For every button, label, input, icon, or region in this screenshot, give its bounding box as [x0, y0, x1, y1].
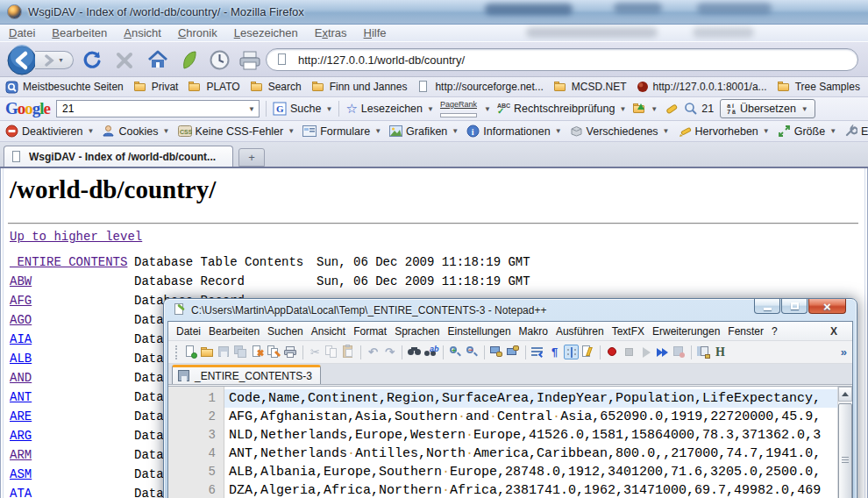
document-tab[interactable]: _ENTIRE_CONTENTS-3 [172, 365, 321, 384]
country-link-asm[interactable]: ASM [10, 467, 32, 481]
pagerank-widget[interactable]: PageRank [440, 101, 477, 117]
find-icon[interactable] [407, 345, 422, 359]
new-file-icon[interactable] [183, 345, 198, 359]
google-search-input[interactable] [60, 102, 247, 116]
doc-switcher-icon[interactable] [696, 345, 711, 359]
code-line[interactable]: ANT,Netherlands·Antilles,North·America,C… [224, 445, 837, 463]
new-tab-button[interactable]: + [238, 148, 265, 167]
country-link-arm[interactable]: ARM [10, 448, 32, 462]
npp-menu-ausfuehren[interactable]: Ausführen [556, 325, 604, 338]
informationen-menu[interactable]: i Informationen▼ [466, 125, 561, 138]
undo-icon[interactable]: ↶ [366, 345, 381, 359]
country-link-abw[interactable]: ABW [10, 274, 32, 288]
search-dropdown-icon[interactable]: ▼ [248, 105, 255, 113]
bookmark-folder-plato[interactable]: PLATO [188, 80, 239, 94]
country-link-ant[interactable]: ANT [10, 390, 32, 404]
npp-menu-sprachen[interactable]: Sprachen [395, 325, 439, 338]
user-define-icon[interactable] [580, 345, 595, 359]
highlighter-button[interactable] [664, 102, 678, 116]
active-tab[interactable]: WsgiDAV - Index of /world-db/count... [4, 146, 233, 167]
hervorheben-menu[interactable]: Hervorheben▼ [678, 125, 770, 138]
notepad-editor[interactable]: 1 2 3 4 5 6 Code,Name,Continent,Region,S… [168, 386, 852, 498]
npp-menu-help[interactable]: ? [772, 325, 778, 338]
open-file-icon[interactable] [200, 345, 215, 359]
bookmark-folder-finn-und-jannes[interactable]: Finn und Jannes [311, 80, 408, 94]
toolbar-overflow-chevron[interactable]: » [841, 345, 849, 359]
vertical-scrollbar[interactable] [837, 387, 852, 498]
close-file-icon[interactable] [250, 345, 265, 359]
uebersetzen-button[interactable]: a í 7 ä Übersetzen▼ [720, 99, 815, 118]
macro-stop-icon[interactable] [622, 345, 637, 359]
npp-menu-ansicht[interactable]: Ansicht [311, 325, 345, 338]
code-line[interactable]: AFG,Afghanistan,Asia,Southern·and·Centra… [224, 408, 837, 426]
scrollbar-thumb[interactable] [838, 403, 852, 498]
code-line[interactable]: ALB,Albania,Europe,Southern·Europe,28748… [224, 463, 837, 481]
menu-bearbeiten[interactable]: Bearbeiten [52, 26, 107, 39]
bookmark-folder-tree-samples[interactable]: Tree Samples [777, 80, 860, 94]
npp-menu-fenster[interactable]: Fenster [728, 325, 764, 338]
macro-play-icon[interactable] [638, 345, 653, 359]
indent-guide-icon[interactable] [564, 345, 579, 359]
textfx-icon[interactable]: H [713, 345, 728, 359]
word-wrap-icon[interactable] [530, 345, 545, 359]
menu-extras[interactable]: Extras [315, 26, 347, 39]
npp-menu-datei[interactable]: Datei [176, 325, 201, 338]
country-link-aia[interactable]: AIA [10, 332, 32, 346]
bookmark-folder-mcsd[interactable]: MCSD.NET [553, 80, 627, 94]
macro-run-multiple-icon[interactable] [655, 345, 670, 359]
cut-icon[interactable]: ✂ [308, 345, 323, 359]
country-link-ago[interactable]: AGO [10, 313, 32, 327]
sync-vertical-icon[interactable] [489, 345, 504, 359]
print-button[interactable] [238, 50, 261, 71]
formulare-menu[interactable]: Formulare▼ [302, 125, 381, 138]
google-suche-button[interactable]: G Suche▼ [273, 102, 332, 116]
code-line[interactable]: NLD,Netherlands,Europe,Western·Europe,41… [224, 426, 837, 445]
npp-menu-textfx[interactable]: TextFX [612, 325, 644, 338]
history-dropdown-icon[interactable]: ▼ [58, 57, 64, 63]
menu-datei[interactable]: Datei [9, 26, 35, 39]
npp-menu-suchen[interactable]: Suchen [267, 325, 303, 338]
npp-menu-einstellungen[interactable]: Einstellungen [448, 325, 511, 338]
bookmark-folder-search[interactable]: Search [250, 80, 302, 94]
maximize-button[interactable] [781, 299, 808, 314]
country-link-arg[interactable]: ARG [10, 429, 32, 443]
deaktivieren-menu[interactable]: Deaktivieren▼ [5, 125, 94, 138]
menu-ansicht[interactable]: Ansicht [124, 26, 161, 39]
minimize-button[interactable] [754, 299, 780, 314]
document-close-x[interactable]: X [830, 325, 837, 338]
url-input[interactable] [296, 53, 849, 68]
close-button[interactable]: × [808, 299, 846, 314]
menu-chronik[interactable]: Chronik [178, 26, 217, 39]
country-link-ata[interactable]: ATA [10, 487, 32, 498]
grafiken-menu[interactable]: Grafiken▼ [389, 125, 459, 138]
code-area[interactable]: Code,Name,Continent,Region,SurfaceArea,I… [224, 387, 837, 498]
groesse-menu[interactable]: Größe▼ [778, 125, 836, 138]
bookmark-folder-privat[interactable]: Privat [133, 80, 179, 94]
print-icon[interactable] [283, 345, 298, 359]
country-link-afg[interactable]: AFG [10, 294, 32, 308]
replace-icon[interactable]: ab [423, 345, 438, 359]
verschiedenes-menu[interactable]: Verschiedenes▼ [570, 125, 670, 138]
show-all-characters-icon[interactable]: ¶ [547, 345, 562, 359]
extras-menu[interactable]: Extras▼ [844, 125, 868, 138]
url-bar[interactable] [266, 48, 858, 71]
scroll-up-button[interactable] [838, 387, 852, 402]
code-line[interactable]: DZA,Algeria,Africa,Northern·Africa,23817… [224, 481, 837, 498]
save-icon[interactable] [217, 345, 231, 359]
send-to-button[interactable]: ▼ [632, 102, 658, 116]
save-all-icon[interactable] [233, 345, 248, 359]
npp-menu-bearbeiten[interactable]: Bearbeiten [209, 325, 260, 338]
copy-icon[interactable] [324, 345, 339, 359]
zoom-out-icon[interactable]: − [465, 345, 480, 359]
history-clock-icon[interactable] [209, 49, 231, 71]
country-link-are[interactable]: ARE [10, 409, 32, 423]
entire-contents-link[interactable]: ENTIRE CONTENTS [10, 255, 127, 269]
bookmark-most-visited[interactable]: Meistbesuchte Seiten [5, 81, 124, 94]
menu-hilfe[interactable]: Hilfe [364, 26, 387, 39]
redo-icon[interactable]: ↷ [382, 345, 397, 359]
close-all-icon[interactable] [267, 345, 281, 359]
npp-menu-format[interactable]: Format [353, 325, 387, 338]
macro-save-icon[interactable] [672, 345, 687, 359]
back-button[interactable] [6, 45, 38, 76]
css-menu[interactable]: CSS Keine CSS-Fehler▼ [178, 125, 295, 138]
